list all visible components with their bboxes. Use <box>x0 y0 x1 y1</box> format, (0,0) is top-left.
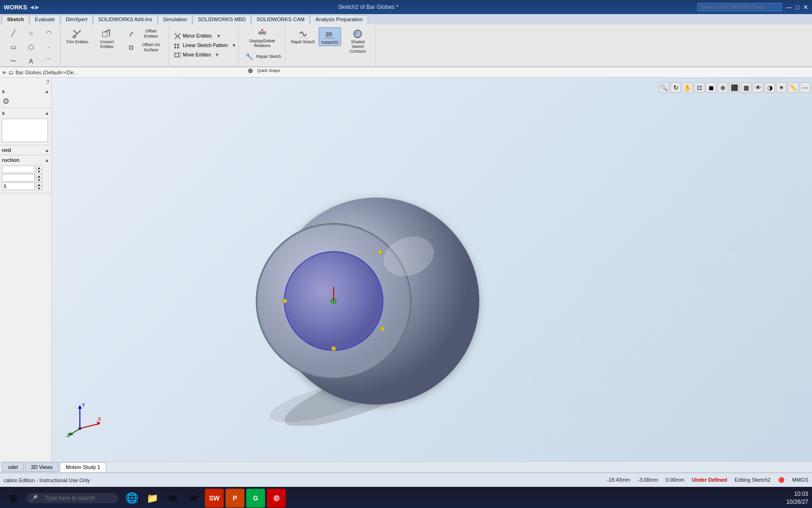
quick-snaps-btn[interactable]: ⊕ Quick Snaps <box>242 64 283 77</box>
maximize-btn[interactable]: □ <box>796 4 799 11</box>
left-panel: ? s ▲ ⊙ s ▲ ned <box>0 78 52 461</box>
taskbar-explorer-btn[interactable]: 📁 <box>143 489 162 508</box>
window-title: Sketch2 of Bar Globes * <box>338 4 398 10</box>
tab-simulation[interactable]: Simulation <box>158 15 192 24</box>
panel-section-1-header[interactable]: s ▲ <box>2 87 49 95</box>
more-icon[interactable]: ⋯ <box>800 82 810 93</box>
tab-sketch[interactable]: Sketch <box>2 15 29 24</box>
display-delete-relations-btn[interactable]: Display/Delete Relations <box>242 26 283 49</box>
repair-sketch-btn[interactable]: 🔧 Repair Sketch <box>242 50 283 63</box>
panel-section-ned-header[interactable]: ned ▲ <box>2 146 49 154</box>
spin-up-1[interactable]: ▲ <box>36 166 42 169</box>
move-entities-btn[interactable]: Move Entities <box>172 51 213 59</box>
collapse-ned-icon[interactable]: ▲ <box>45 148 49 153</box>
selection-filter-icon[interactable]: ⊡ <box>694 82 704 93</box>
panel-section-construction-header[interactable]: ruction ▲ <box>2 156 49 164</box>
offset-surface-icon: ⊡ <box>125 42 137 53</box>
panel-section-2-header[interactable]: s ▲ <box>2 109 49 117</box>
view-orientation-icon[interactable]: ⊕ <box>718 82 728 93</box>
display-mode-icon[interactable]: ◼ <box>706 82 716 93</box>
taskbar-app-g-btn[interactable]: G <box>246 489 265 508</box>
tab-evaluate[interactable]: Evaluate <box>30 15 60 24</box>
taskbar-search-input[interactable] <box>39 493 115 503</box>
view-cube-icon[interactable]: ⬛ <box>729 82 740 93</box>
taskbar-ie-btn[interactable]: 🌐 <box>122 489 141 508</box>
svg-text:Y: Y <box>82 402 86 408</box>
rotate-icon[interactable]: ↻ <box>671 82 681 93</box>
relations-group: Display/Delete Relations 🔧 Repair Sketch… <box>240 25 285 65</box>
help-search-input[interactable] <box>697 3 782 11</box>
minimize-btn[interactable]: — <box>786 4 792 11</box>
nav-arrows[interactable]: ◀ ▶ <box>30 4 39 10</box>
point-tool-btn[interactable]: · <box>40 40 57 54</box>
taskbar-search-container[interactable]: 🎤 <box>26 493 118 503</box>
param-input-3[interactable] <box>2 183 35 190</box>
taskbar-store-btn[interactable]: 🛍 <box>164 489 182 508</box>
convert-entities-btn[interactable]: Convert Entities <box>92 27 122 50</box>
3d-viewport[interactable]: 🔍 ↻ ✋ ⊡ ◼ ⊕ ⬛ ▦ 👁 ◑ ☀ 📏 ⋯ <box>52 78 812 461</box>
linear-pattern-icon <box>174 42 181 49</box>
spin-down-1[interactable]: ▼ <box>36 169 42 173</box>
taskbar-solidworks-btn[interactable]: SW <box>205 489 224 508</box>
spin-btns-1: ▲ ▼ <box>36 166 42 173</box>
sketch-draw-group: ╱ ○ ◠ ▭ ⬡ · <box>2 25 61 65</box>
tab-solidworks-addins[interactable]: SOLIDWORKS Add-Ins <box>93 15 157 24</box>
hide-show-icon[interactable]: 👁 <box>753 82 763 93</box>
appearance-icon[interactable]: ◑ <box>765 82 775 93</box>
mirror-dropdown[interactable]: ▼ <box>217 33 221 39</box>
panel-section-2-label: s <box>2 110 5 116</box>
ribbon: Sketch Evaluate DimXpert SOLIDWORKS Add-… <box>0 14 812 67</box>
tab-analysis-preparation[interactable]: Analysis Preparation <box>310 15 368 24</box>
param-input-1[interactable] <box>2 166 35 173</box>
offset-entities-label: Offset Entities <box>138 29 164 39</box>
spin-up-3[interactable]: ▲ <box>36 183 42 186</box>
windows-taskbar: ⊞ 🎤 🌐 📁 🛍 ✉ SW P G 🎯 10:03 10/26/27 <box>0 487 812 508</box>
spin-down-3[interactable]: ▼ <box>36 186 42 190</box>
collapse-construction-icon[interactable]: ▲ <box>45 158 49 163</box>
shaded-sketch-icon <box>352 28 363 40</box>
arc-tool-btn[interactable]: ◠ <box>40 26 57 40</box>
tab-motion-study-1[interactable]: Motion Study 1 <box>60 462 106 472</box>
polygon-tool-btn[interactable]: ⬡ <box>23 40 39 54</box>
taskbar-powerpoint-btn[interactable]: P <box>226 489 244 508</box>
tab-dimxpert[interactable]: DimXpert <box>61 15 93 24</box>
trim-entities-btn[interactable]: Trim Entities <box>64 27 90 45</box>
collapse-1-icon[interactable]: ▲ <box>45 89 49 94</box>
pan-icon[interactable]: ✋ <box>682 82 693 93</box>
linear-sketch-pattern-btn[interactable]: Linear Sketch Pattern <box>172 41 230 50</box>
tab-3d-views[interactable]: 3D Views <box>25 462 59 472</box>
rect-tool-btn[interactable]: ▭ <box>5 40 22 54</box>
spline-tool-btn[interactable]: 〜 <box>5 55 22 68</box>
sketch-preview <box>2 119 48 142</box>
zoom-icon[interactable]: 🔍 <box>659 82 669 93</box>
close-btn[interactable]: ✕ <box>803 4 808 11</box>
mirror-entities-btn[interactable]: Mirror Entities <box>172 32 214 40</box>
move-dropdown[interactable]: ▼ <box>215 52 219 57</box>
offset-entities-btn[interactable]: ⤤ Offset Entities <box>124 27 166 40</box>
spin-up-2[interactable]: ▲ <box>36 174 42 178</box>
fillet-tool-btn[interactable]: ⌒ <box>40 55 57 68</box>
section-view-icon[interactable]: ▦ <box>741 82 751 93</box>
scene-icon[interactable]: ☀ <box>776 82 787 93</box>
titlebar-controls: — □ ✕ <box>697 3 808 11</box>
panel-help-icon[interactable]: ? <box>46 79 49 86</box>
tab-model[interactable]: odel <box>2 462 24 472</box>
spin-btns-3: ▲ ▼ <box>36 183 42 190</box>
tab-solidworks-mbd[interactable]: SOLIDWORKS MBD <box>193 15 251 24</box>
param-input-2[interactable] <box>2 174 35 182</box>
spin-down-2[interactable]: ▼ <box>36 178 42 182</box>
taskbar-app-red-btn[interactable]: 🎯 <box>267 489 286 508</box>
shaded-sketch-contours-btn[interactable]: Shaded Sketch Contours <box>343 27 373 55</box>
offset-surface-btn[interactable]: ⊡ Offset On Surface <box>124 41 166 54</box>
linear-pattern-dropdown[interactable]: ▼ <box>232 43 236 48</box>
circle-tool-btn[interactable]: ○ <box>23 26 39 40</box>
line-tool-btn[interactable]: ╱ <box>5 26 22 40</box>
instant2d-btn[interactable]: 2D Instant2D <box>319 27 341 46</box>
measure-icon[interactable]: 📏 <box>788 82 798 93</box>
rapid-sketch-btn[interactable]: Rapid Sketch <box>289 27 317 45</box>
tab-solidworks-cam[interactable]: SOLIDWORKS CAM <box>251 15 310 24</box>
taskbar-mail-btn[interactable]: ✉ <box>184 489 203 508</box>
text-tool-btn[interactable]: A <box>23 55 39 68</box>
windows-start-btn[interactable]: ⊞ <box>4 489 23 508</box>
collapse-2-icon[interactable]: ▲ <box>45 111 49 116</box>
